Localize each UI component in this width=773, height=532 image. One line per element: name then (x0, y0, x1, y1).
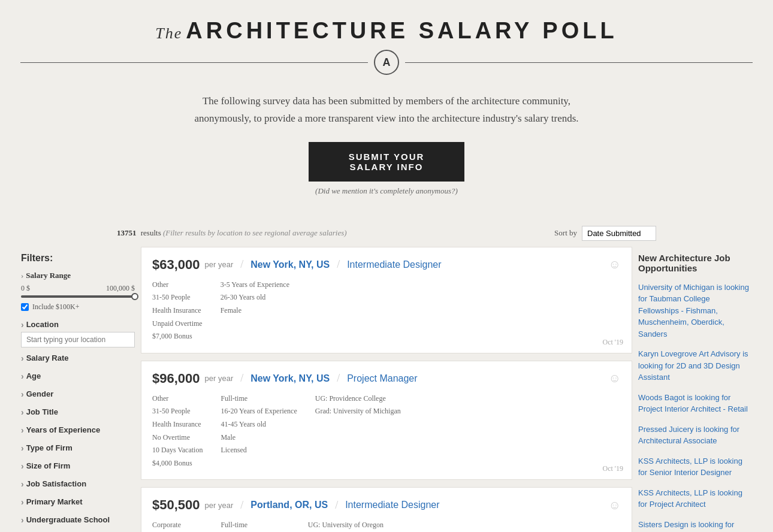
listing-job-title[interactable]: Intermediate Designer (345, 500, 439, 510)
salary-amount: $50,500 (152, 497, 200, 513)
sidebar-filters: Filters: Salary Range 0 $ 100,000 $ Incl… (15, 247, 135, 532)
filter-group-label[interactable]: Type of Firm (21, 441, 135, 455)
salary-amount: $96,000 (152, 371, 200, 386)
salary-range-filter: Salary Range 0 $ 100,000 $ Include $100K… (21, 271, 135, 312)
filter-group: Age (21, 369, 135, 383)
intro-section: The following survey data has been submi… (177, 75, 596, 220)
per-year: per year (205, 501, 234, 510)
filter-group: Job Title (21, 405, 135, 419)
location-filter-title[interactable]: Location (21, 318, 135, 332)
sort-select[interactable]: Date Submitted (582, 226, 656, 241)
listing-card: $96,000 per year / New York, NY, US / Pr… (141, 361, 632, 480)
listing-col3: UG: University of Oregon (308, 519, 384, 532)
job-listing-item: KSS Architects, LLP is looking for Senio… (638, 455, 752, 479)
results-bar: 13751 results (Filter results by locatio… (105, 220, 668, 247)
page-title: TheARCHITECTURE SALARY POLL (12, 18, 761, 44)
filter-group-label[interactable]: Job Title (21, 405, 135, 419)
jobs-list: University of Michigan is looking for Ta… (638, 282, 752, 532)
filter-group-label[interactable]: Undergraduate School (21, 513, 135, 527)
filter-group-label[interactable]: Years of Experience (21, 423, 135, 437)
filter-group: Job Satisfaction (21, 477, 135, 491)
listing-job-title[interactable]: Intermediate Designer (347, 259, 441, 270)
salary-amount: $63,000 (152, 257, 200, 273)
job-link[interactable]: Woods Bagot is looking for Project Inter… (638, 393, 748, 414)
listing-card: $50,500 per year / Portland, OR, US / In… (141, 487, 632, 532)
listing-header: $50,500 per year / Portland, OR, US / In… (152, 497, 621, 513)
listing-header: $63,000 per year / New York, NY, US / In… (152, 257, 621, 273)
job-link[interactable]: University of Michigan is looking for Ta… (638, 283, 749, 338)
listing-col2: Full-time16-20 Years of Experience41-45 … (221, 392, 297, 470)
filter-group: Type of Firm (21, 441, 135, 455)
listing-date: Oct '19 (603, 464, 624, 473)
filter-group-label[interactable]: Primary Market (21, 495, 135, 509)
job-link[interactable]: KSS Architects, LLP is looking for Proje… (638, 488, 742, 509)
the-label: The (155, 25, 182, 42)
include-100k-section: Include $100K+ (21, 303, 135, 312)
salary-slider-track[interactable] (21, 295, 135, 298)
listing-location[interactable]: New York, NY, US (250, 259, 330, 270)
listing-col2: Full-time3-5 Years of Experience26-30 Ye… (221, 519, 289, 532)
job-listing-item: Pressed Juicery is looking for Architect… (638, 424, 752, 447)
filter-group-label[interactable]: Job Satisfaction (21, 477, 135, 491)
listing-date: Oct '19 (603, 338, 624, 347)
job-link[interactable]: Pressed Juicery is looking for Architect… (638, 425, 739, 446)
listing-job-title[interactable]: Project Manager (347, 373, 417, 384)
submit-salary-button[interactable]: SUBMIT YOUR SALARY INFO (309, 142, 464, 182)
job-listing-item: University of Michigan is looking for Ta… (638, 282, 752, 340)
listing-col2: 3-5 Years of Experience26-30 Years oldFe… (221, 279, 289, 343)
filter-group: Size of Firm (21, 459, 135, 473)
salary-range-label[interactable]: Salary Range (21, 271, 135, 280)
listing-card: $63,000 per year / New York, NY, US / In… (141, 247, 632, 353)
filter-group-label[interactable]: Salary Rate (21, 351, 135, 365)
filter-group: Primary Market (21, 495, 135, 509)
job-listing-item: Woods Bagot is looking for Project Inter… (638, 392, 752, 415)
listing-details: Corporate51-100 PeopleHealth InsurancePa… (152, 519, 621, 532)
slider-fill (21, 295, 135, 298)
job-listing-item: KSS Architects, LLP is looking for Proje… (638, 487, 752, 510)
listing-col1: Other31-50 PeopleHealth InsuranceUnpaid … (152, 279, 203, 343)
listing-details: Other31-50 PeopleHealth InsuranceUnpaid … (152, 279, 621, 343)
include-100k-label: Include $100K+ (32, 303, 79, 312)
jobs-title: New Architecture Job Opportunities (638, 253, 752, 273)
listing-location[interactable]: New York, NY, US (250, 373, 330, 384)
filter-group-label[interactable]: Size of Firm (21, 459, 135, 473)
per-year: per year (205, 260, 234, 269)
job-link[interactable]: Karyn Lovegrove Art Advisory is looking … (638, 349, 748, 382)
job-listing-item: Sisters Design is looking for Interior D… (638, 519, 752, 532)
sort-by-label: Sort by (554, 228, 577, 238)
listing-header: $96,000 per year / New York, NY, US / Pr… (152, 371, 621, 386)
slider-thumb[interactable] (131, 293, 138, 300)
include-100k-checkbox[interactable] (21, 303, 29, 311)
listing-col1: Other31-50 PeopleHealth InsuranceNo Over… (152, 392, 203, 470)
results-count: 13751 (117, 228, 137, 238)
anon-note: (Did we mention it's completely anonymou… (189, 186, 584, 196)
listing-details: Other31-50 PeopleHealth InsuranceNo Over… (152, 392, 621, 470)
results-label: results (139, 228, 163, 238)
location-input[interactable] (21, 332, 135, 347)
divider-line-right (405, 62, 753, 63)
smiley-icon[interactable]: ☺ (609, 371, 621, 385)
filter-group: Undergraduate School (21, 513, 135, 527)
logo-circle: A (374, 50, 399, 75)
listing-col3: UG: Providence CollegeGrad: University o… (315, 392, 401, 470)
smiley-icon[interactable]: ☺ (609, 498, 621, 512)
smiley-icon[interactable]: ☺ (609, 258, 621, 271)
filter-group: Salary Rate (21, 351, 135, 365)
page-header: TheARCHITECTURE SALARY POLL A (0, 0, 773, 75)
filter-group: Years of Experience (21, 423, 135, 437)
filter-group: Gender (21, 387, 135, 401)
salary-range-values: 0 $ 100,000 $ (21, 284, 135, 293)
job-link[interactable]: Sisters Design is looking for Interior D… (638, 520, 734, 532)
divider-line-left (20, 62, 368, 63)
jobs-sidebar: New Architecture Job Opportunities Unive… (638, 247, 758, 532)
location-filter: Location (21, 318, 135, 347)
listing-location[interactable]: Portland, OR, US (250, 500, 328, 510)
listings-section: $63,000 per year / New York, NY, US / In… (135, 247, 638, 532)
filter-group-label[interactable]: Age (21, 369, 135, 383)
logo-divider: A (12, 50, 761, 75)
results-hint: (Filter results by location to see regio… (163, 228, 347, 238)
job-listing-item: Karyn Lovegrove Art Advisory is looking … (638, 348, 752, 383)
filters-title: Filters: (21, 253, 135, 264)
job-link[interactable]: KSS Architects, LLP is looking for Senio… (638, 457, 742, 477)
filter-group-label[interactable]: Gender (21, 387, 135, 401)
